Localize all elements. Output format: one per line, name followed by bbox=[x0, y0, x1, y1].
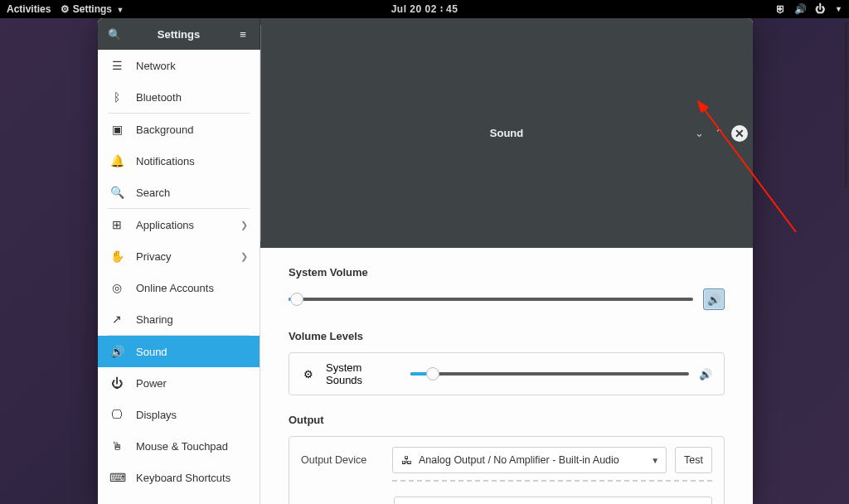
sidebar-item-label: Search bbox=[136, 187, 170, 199]
divider-dashed bbox=[392, 480, 712, 482]
window-up-button[interactable]: ⌃ bbox=[711, 126, 726, 141]
activities-button[interactable]: Activities bbox=[7, 3, 51, 15]
sidebar-item-label: Privacy bbox=[136, 250, 172, 263]
sidebar-item-icon: ⌨ bbox=[109, 471, 124, 484]
panel-headerbar: Sound ⌄ ⌃ ✕ bbox=[260, 18, 753, 248]
sidebar-item-icon: ⏻ bbox=[109, 376, 124, 390]
sidebar-item-icon: ◎ bbox=[109, 281, 124, 294]
sidebar-item-label: Sharing bbox=[136, 313, 173, 326]
sidebar-item-notifications[interactable]: 🔔Notifications bbox=[98, 145, 260, 177]
sidebar-item-bluetooth[interactable]: ᛒBluetooth bbox=[98, 81, 260, 113]
system-sounds-label: System Sounds bbox=[326, 361, 400, 386]
sidebar-item-icon: 🖱 bbox=[109, 439, 124, 453]
sidebar-item-sound[interactable]: 🔊Sound bbox=[98, 336, 260, 367]
output-frame: Output Device 🖧 Analog Output / No Ampli… bbox=[289, 436, 725, 504]
sidebar-item-icon: ☰ bbox=[109, 59, 124, 72]
sidebar-item-label: Online Accounts bbox=[136, 282, 214, 294]
desktop-scrollbar[interactable] bbox=[845, 22, 847, 187]
search-button[interactable]: 🔍 bbox=[98, 28, 131, 41]
sidebar-item-label: Mouse & Touchpad bbox=[136, 440, 228, 453]
sidebar-item-mouse-touchpad[interactable]: 🖱Mouse & Touchpad bbox=[98, 430, 260, 462]
headerbar-divider bbox=[260, 25, 261, 241]
sidebar-item-displays[interactable]: 🖵Displays bbox=[98, 399, 260, 430]
panel-title: Sound bbox=[260, 127, 753, 139]
sidebar-item-label: Keyboard Shortcuts bbox=[136, 472, 230, 484]
settings-sidebar: ☰NetworkᛒBluetooth▣Background🔔Notificati… bbox=[98, 50, 260, 504]
sidebar-headerbar: 🔍 Settings ≡ bbox=[98, 18, 260, 50]
chevron-right-icon: ❯ bbox=[240, 220, 248, 230]
system-volume-slider[interactable] bbox=[289, 298, 693, 301]
appmenu-button[interactable]: ⚙ Settings ▼ bbox=[61, 3, 124, 15]
sidebar-item-privacy[interactable]: ✋Privacy❯ bbox=[98, 240, 260, 272]
settings-window: 🔍 Settings ≡ ☰NetworkᛒBluetooth▣Backgrou… bbox=[98, 18, 753, 504]
sidebar-item-label: Sound bbox=[136, 346, 167, 358]
volume-status-icon[interactable]: 🔊 bbox=[794, 3, 807, 15]
sidebar-item-icon: 🔊 bbox=[109, 345, 124, 358]
system-sounds-slider[interactable] bbox=[410, 372, 689, 376]
speaker-icon[interactable]: 🔊 bbox=[699, 368, 712, 380]
sidebar-item-power[interactable]: ⏻Power bbox=[98, 367, 260, 399]
sidebar-item-label: Applications bbox=[136, 219, 194, 231]
sidebar-item-applications[interactable]: ⊞Applications❯ bbox=[98, 209, 260, 240]
sidebar-item-sharing[interactable]: ↗Sharing bbox=[98, 303, 260, 335]
sidebar-item-label: Background bbox=[136, 124, 193, 136]
output-heading: Output bbox=[289, 414, 725, 426]
sidebar-item-network[interactable]: ☰Network bbox=[98, 50, 260, 81]
gear-icon: ⚙ bbox=[301, 368, 316, 380]
sidebar-item-icon: 🔔 bbox=[109, 154, 124, 167]
sidebar-title: Settings bbox=[131, 28, 226, 41]
volume-levels-frame: ⚙ System Sounds 🔊 bbox=[289, 352, 725, 395]
sidebar-item-keyboard-shortcuts[interactable]: ⌨Keyboard Shortcuts bbox=[98, 462, 260, 493]
sidebar-item-label: Power bbox=[136, 377, 167, 390]
sound-panel: System Volume 🔊 Volume Levels ⚙ System S… bbox=[260, 248, 753, 504]
gear-icon: ⚙ bbox=[61, 3, 70, 15]
sidebar-item-icon: ᛒ bbox=[109, 90, 124, 104]
window-down-button[interactable]: ⌄ bbox=[691, 126, 706, 141]
clock[interactable]: Jul 20 02 ∶ 45 bbox=[391, 3, 458, 15]
chevron-down-icon: ▼ bbox=[116, 6, 124, 14]
chevron-right-icon: ❯ bbox=[240, 251, 248, 262]
sidebar-item-label: Network bbox=[136, 60, 176, 72]
sidebar-item-background[interactable]: ▣Background bbox=[98, 114, 260, 145]
sidebar-item-search[interactable]: 🔍Search bbox=[98, 177, 260, 208]
sidebar-item-online-accounts[interactable]: ◎Online Accounts bbox=[98, 272, 260, 303]
sidebar-item-icon: ⊞ bbox=[109, 218, 124, 231]
hamburger-menu-button[interactable]: ≡ bbox=[226, 28, 260, 41]
chevron-down-icon: ▼ bbox=[835, 5, 842, 13]
sidebar-item-label: Displays bbox=[136, 409, 177, 421]
sidebar-item-icon: ↗ bbox=[109, 313, 124, 326]
output-device-label: Output Device bbox=[301, 454, 384, 466]
volume-levels-heading: Volume Levels bbox=[289, 330, 725, 342]
appmenu-label: Settings bbox=[73, 3, 112, 15]
sidebar-item-icon: ▣ bbox=[109, 123, 124, 136]
output-device-dropdown[interactable]: 🖧 Analog Output / No Amplifier - Built-i… bbox=[392, 447, 667, 473]
sidebar-item-icon: 🖵 bbox=[109, 408, 124, 421]
speaker-icon: 🔊 bbox=[707, 293, 720, 306]
power-status-icon[interactable]: ⏻ bbox=[815, 3, 825, 15]
output-test-button[interactable]: Test bbox=[675, 447, 712, 473]
sidebar-item-label: Notifications bbox=[136, 155, 195, 167]
system-volume-heading: System Volume bbox=[289, 266, 725, 279]
sidebar-item-printers[interactable]: ⎙Printers bbox=[98, 493, 260, 504]
gnome-topbar: Activities ⚙ Settings ▼ Jul 20 02 ∶ 45 ⛨… bbox=[0, 0, 849, 18]
sidebar-item-icon: ✋ bbox=[109, 250, 124, 263]
system-volume-mute-button[interactable]: 🔊 bbox=[703, 288, 725, 310]
window-close-button[interactable]: ✕ bbox=[731, 125, 748, 142]
card-icon: 🖧 bbox=[401, 454, 412, 467]
chevron-down-icon: ▼ bbox=[651, 456, 659, 465]
output-configuration-dropdown[interactable]: Analog Stereo Output ▼ bbox=[394, 497, 712, 504]
shield-icon[interactable]: ⛨ bbox=[776, 3, 786, 15]
sidebar-item-icon: 🔍 bbox=[109, 186, 124, 199]
output-device-value: Analog Output / No Amplifier - Built-in … bbox=[419, 454, 619, 466]
sidebar-item-label: Bluetooth bbox=[136, 91, 182, 104]
